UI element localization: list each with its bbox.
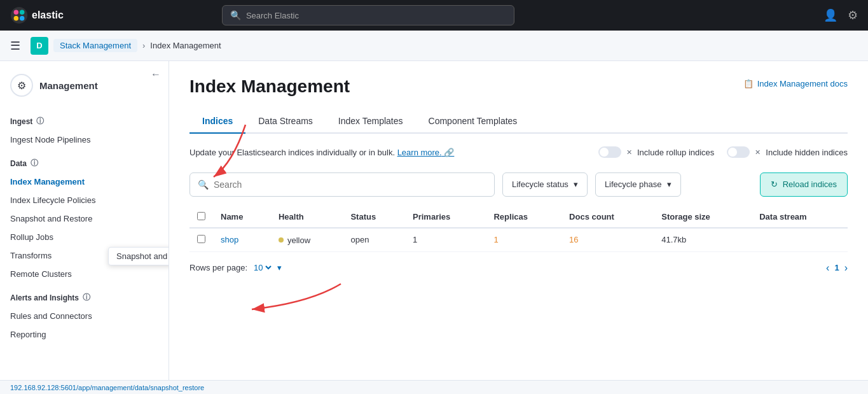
lifecycle-status-label: Lifecycle status [512, 179, 568, 189]
indices-search-input[interactable] [214, 179, 486, 190]
top-navigation: elastic 🔍 Search Elastic 👤 ⚙ [0, 0, 868, 31]
reload-indices-button[interactable]: ↻ Reload indices [760, 172, 848, 197]
docs-icon: 📋 [743, 79, 754, 88]
sidebar-item-remote-clusters[interactable]: Remote Clusters [0, 265, 169, 283]
next-page-button[interactable]: › [844, 262, 848, 274]
tab-index-templates[interactable]: Index Templates [326, 109, 416, 134]
row-health-cell: yellow [271, 228, 343, 252]
alerts-info-icon: ⓘ [83, 292, 90, 303]
lifecycle-phase-chevron: ▾ [667, 179, 672, 189]
tab-component-templates[interactable]: Component Templates [416, 109, 530, 134]
lifecycle-phase-dropdown[interactable]: Lifecycle phase ▾ [595, 172, 681, 197]
row-checkbox[interactable] [197, 235, 205, 243]
sidebar-item-snapshot-and-restore[interactable]: Snapshot and Restore [0, 209, 169, 228]
pagination: Rows per page: 10 25 50 ▾ ‹ 1 › [189, 262, 848, 274]
col-name[interactable]: Name [213, 207, 271, 228]
current-page: 1 [834, 263, 839, 272]
row-docs-count-cell: 16 [561, 228, 654, 252]
hamburger-menu[interactable]: ☰ [10, 39, 20, 53]
col-status[interactable]: Status [343, 207, 405, 228]
nav-icons: 👤 ⚙ [823, 8, 858, 22]
global-search-bar[interactable]: 🔍 Search Elastic [222, 5, 514, 25]
col-data-stream[interactable]: Data stream [752, 207, 848, 228]
table-header: Name Health Status Primaries Replicas Do… [189, 207, 848, 228]
health-indicator: yellow [279, 236, 310, 245]
elastic-logo-icon [10, 6, 28, 24]
toggle-rollup-label: Include rollup indices [637, 148, 714, 157]
info-text: Update your Elasticsearch indices indivi… [189, 146, 454, 160]
sidebar-gear-icon: ⚙ [10, 74, 33, 97]
user-icon[interactable]: 👤 [823, 8, 837, 22]
sidebar-item-index-lifecycle-policies[interactable]: Index Lifecycle Policies [0, 191, 169, 209]
docs-link-text: Index Management docs [757, 79, 848, 88]
table-row: shop yellow open 1 1 16 41.7kb [189, 228, 848, 252]
avatar: D [31, 37, 48, 55]
toggle-group: ✕ Include rollup indices ✕ Include hidde… [598, 146, 848, 158]
toolbar: 🔍 Lifecycle status ▾ Lifecycle phase ▾ ↻… [189, 172, 848, 197]
elastic-logo[interactable]: elastic [10, 6, 64, 24]
col-health[interactable]: Health [271, 207, 343, 228]
col-primaries[interactable]: Primaries [405, 207, 486, 228]
indices-search-wrapper: 🔍 [189, 172, 495, 197]
sidebar-section-alerts: Alerts and Insights ⓘ [0, 288, 169, 307]
col-replicas[interactable]: Replicas [486, 207, 561, 228]
toggle-rollup: ✕ Include rollup indices [598, 146, 714, 158]
reload-icon: ↻ [771, 179, 778, 189]
svg-point-4 [20, 16, 24, 20]
tab-data-streams[interactable]: Data Streams [245, 109, 326, 134]
select-all-checkbox[interactable] [197, 212, 205, 220]
elastic-logo-text: elastic [32, 10, 64, 21]
sidebar-title: Management [39, 80, 98, 91]
sidebar-item-transforms[interactable]: Transforms [0, 246, 169, 265]
health-dot-icon [279, 237, 284, 243]
sidebar-section-ingest: Ingest ⓘ [0, 112, 169, 130]
tabs: Indices Data Streams Index Templates Com… [189, 109, 848, 134]
reload-label: Reload indices [783, 179, 837, 189]
lifecycle-status-chevron: ▾ [574, 179, 578, 189]
sidebar-header: ⚙ Management [0, 74, 169, 107]
sidebar-section-data: Data ⓘ [0, 154, 169, 172]
toggle-rollup-x[interactable]: ✕ [626, 148, 632, 157]
sidebar-item-ingest-node-pipelines[interactable]: Ingest Node Pipelines [0, 130, 169, 149]
col-storage-size[interactable]: Storage size [654, 207, 752, 228]
row-replicas-cell: 1 [486, 228, 561, 252]
search-icon: 🔍 [230, 10, 241, 20]
sidebar: ⚙ Management ← Ingest ⓘ Ingest Node Pipe… [0, 61, 169, 394]
lifecycle-phase-label: Lifecycle phase [605, 179, 662, 189]
row-status-cell: open [343, 228, 405, 252]
svg-point-2 [20, 10, 24, 15]
svg-point-1 [14, 10, 18, 15]
prev-page-button[interactable]: ‹ [826, 262, 829, 274]
index-name-link[interactable]: shop [221, 235, 238, 244]
sidebar-item-index-management[interactable]: Index Management [0, 172, 169, 191]
gear-nav-icon[interactable]: ⚙ [848, 8, 858, 22]
breadcrumb-stack-management[interactable]: Stack Management [53, 39, 137, 52]
indices-table-element: Name Health Status Primaries Replicas Do… [189, 207, 848, 252]
learn-more-link[interactable]: Learn more. 🔗 [397, 148, 455, 157]
info-bar: Update your Elasticsearch indices indivi… [189, 146, 848, 160]
rows-per-page-label: Rows per page: [189, 263, 247, 272]
svg-point-0 [11, 7, 27, 24]
svg-point-3 [14, 16, 18, 20]
toggle-rollup-switch[interactable] [598, 146, 621, 158]
search-icon-toolbar: 🔍 [198, 179, 209, 190]
docs-link[interactable]: 📋 Index Management docs [743, 79, 848, 88]
select-all-header [189, 207, 213, 228]
row-data-stream-cell [752, 228, 848, 252]
col-docs-count[interactable]: Docs count [561, 207, 654, 228]
sidebar-item-rollup-jobs[interactable]: Rollup Jobs [0, 228, 169, 246]
breadcrumb-bar: ☰ D Stack Management › Index Management [0, 31, 868, 61]
rows-per-page-select[interactable]: 10 25 50 [251, 262, 273, 273]
tab-indices[interactable]: Indices [189, 109, 245, 134]
ingest-info-icon: ⓘ [36, 116, 44, 127]
toggle-hidden-x[interactable]: ✕ [755, 148, 761, 157]
row-checkbox-cell [189, 228, 213, 252]
sidebar-collapse-button[interactable]: ← [151, 69, 161, 80]
row-primaries-cell: 1 [405, 228, 486, 252]
main-layout: ⚙ Management ← Ingest ⓘ Ingest Node Pipe… [0, 61, 868, 394]
lifecycle-status-dropdown[interactable]: Lifecycle status ▾ [502, 172, 588, 197]
toggle-hidden-switch[interactable] [727, 146, 750, 158]
toggle-hidden-label: Include hidden indices [766, 148, 848, 157]
sidebar-item-reporting[interactable]: Reporting [0, 325, 169, 344]
sidebar-item-rules-connectors[interactable]: Rules and Connectors [0, 307, 169, 325]
